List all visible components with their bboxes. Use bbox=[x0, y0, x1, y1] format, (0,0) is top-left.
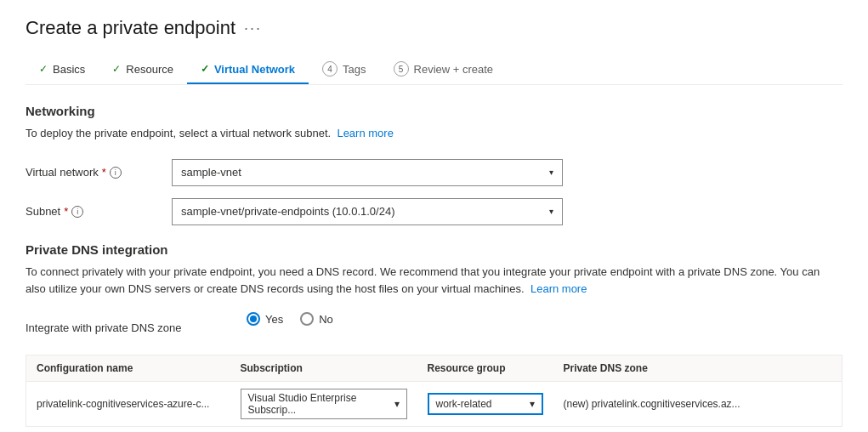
subnet-dropdown[interactable]: sample-vnet/private-endpoints (10.0.1.0/… bbox=[172, 198, 563, 225]
row-subscription-arrow: ▾ bbox=[394, 398, 400, 410]
networking-title: Networking bbox=[26, 104, 842, 118]
integrate-dns-radio-group: Yes No bbox=[247, 312, 333, 326]
row-dns-zone: (new) privatelink.cognitiveservices.az..… bbox=[553, 382, 842, 427]
radio-yes-label: Yes bbox=[265, 313, 283, 326]
networking-learn-more-link[interactable]: Learn more bbox=[337, 127, 393, 139]
row-resource-group-cell: work-related ▾ bbox=[417, 382, 553, 427]
resource-check-icon: ✓ bbox=[112, 63, 121, 75]
col-resource-group: Resource group bbox=[417, 355, 553, 382]
virtual-network-check-icon: ✓ bbox=[201, 63, 209, 75]
virtual-network-value: sample-vnet bbox=[181, 166, 241, 179]
row-resource-group-dropdown[interactable]: work-related ▾ bbox=[428, 393, 543, 415]
tab-review-create-label: Review + create bbox=[414, 63, 494, 76]
page-title: Create a private endpoint bbox=[26, 17, 235, 39]
dns-table: Configuration name Subscription Resource… bbox=[26, 355, 842, 427]
tab-resource[interactable]: ✓ Resource bbox=[99, 56, 187, 84]
tab-tags-label: Tags bbox=[343, 63, 366, 76]
private-dns-title: Private DNS integration bbox=[26, 242, 842, 257]
row-subscription-value: Visual Studio Enterprise Subscrip... bbox=[248, 392, 394, 416]
integrate-dns-label: Integrate with private DNS zone bbox=[26, 321, 247, 334]
row-resource-group-arrow: ▾ bbox=[530, 398, 535, 410]
private-dns-section: Private DNS integration To connect priva… bbox=[26, 242, 842, 428]
radio-no[interactable]: No bbox=[300, 312, 333, 326]
tab-basics-label: Basics bbox=[53, 63, 85, 76]
virtual-network-label: Virtual network * i bbox=[26, 166, 162, 179]
virtual-network-dropdown[interactable]: sample-vnet ▾ bbox=[172, 159, 563, 186]
dns-table-header-row: Configuration name Subscription Resource… bbox=[26, 355, 842, 382]
col-subscription: Subscription bbox=[230, 355, 417, 382]
page-title-container: Create a private endpoint ··· bbox=[26, 17, 842, 39]
virtual-network-info-icon[interactable]: i bbox=[110, 167, 122, 179]
subnet-info-icon[interactable]: i bbox=[71, 206, 83, 218]
dns-table-row: privatelink-cognitiveservices-azure-c...… bbox=[26, 382, 842, 427]
subnet-value: sample-vnet/private-endpoints (10.0.1.0/… bbox=[181, 205, 394, 218]
row-config-name: privatelink-cognitiveservices-azure-c... bbox=[26, 382, 230, 427]
col-dns-zone: Private DNS zone bbox=[553, 355, 842, 382]
tab-tags[interactable]: 4 Tags bbox=[309, 54, 379, 85]
integrate-dns-row: Integrate with private DNS zone Yes No bbox=[26, 312, 842, 343]
tab-basics[interactable]: ✓ Basics bbox=[26, 56, 99, 84]
virtual-network-required: * bbox=[102, 166, 106, 179]
tab-virtual-network[interactable]: ✓ Virtual Network bbox=[187, 56, 309, 84]
tab-review-create[interactable]: 5 Review + create bbox=[380, 54, 508, 85]
more-options-icon[interactable]: ··· bbox=[244, 20, 262, 37]
tab-virtual-network-label: Virtual Network bbox=[214, 63, 295, 76]
row-subscription-dropdown[interactable]: Visual Studio Enterprise Subscrip... ▾ bbox=[241, 389, 407, 419]
networking-section: Networking To deploy the private endpoin… bbox=[26, 104, 842, 225]
radio-yes[interactable]: Yes bbox=[247, 312, 283, 326]
tab-resource-label: Resource bbox=[126, 63, 173, 76]
virtual-network-row: Virtual network * i sample-vnet ▾ bbox=[26, 159, 842, 186]
subnet-label: Subnet * i bbox=[26, 205, 162, 218]
row-resource-group-value: work-related bbox=[436, 398, 492, 410]
subnet-required: * bbox=[64, 205, 68, 218]
row-subscription-cell: Visual Studio Enterprise Subscrip... ▾ bbox=[230, 382, 417, 427]
subnet-dropdown-arrow: ▾ bbox=[549, 207, 553, 216]
radio-yes-circle bbox=[247, 312, 260, 326]
tags-step-circle: 4 bbox=[322, 61, 338, 77]
wizard-tabs: ✓ Basics ✓ Resource ✓ Virtual Network 4 … bbox=[26, 54, 842, 85]
review-step-circle: 5 bbox=[394, 61, 409, 77]
radio-no-label: No bbox=[319, 313, 333, 326]
virtual-network-dropdown-arrow: ▾ bbox=[549, 168, 553, 177]
networking-description: To deploy the private endpoint, select a… bbox=[26, 125, 842, 142]
private-dns-learn-more-link[interactable]: Learn more bbox=[530, 282, 587, 295]
subnet-row: Subnet * i sample-vnet/private-endpoints… bbox=[26, 198, 842, 225]
col-config-name: Configuration name bbox=[26, 355, 230, 382]
private-dns-description: To connect privately with your private e… bbox=[26, 264, 842, 299]
radio-no-circle bbox=[300, 312, 314, 326]
basics-check-icon: ✓ bbox=[39, 63, 48, 75]
